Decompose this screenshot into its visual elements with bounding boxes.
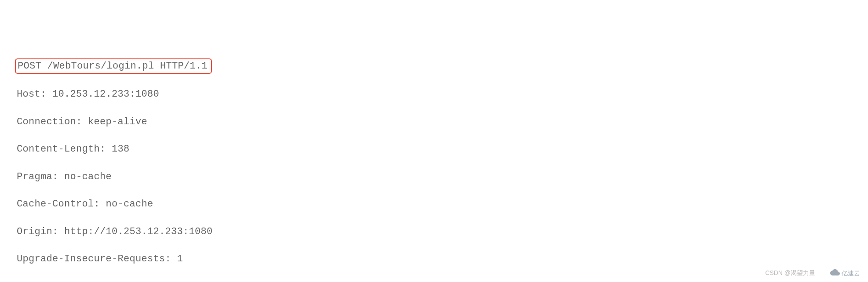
watermark-yisuyun-text: 亿速云	[842, 269, 860, 278]
header-line: Content-Type: application/x-www-form-url…	[17, 280, 859, 282]
header-line: Host: 10.253.12.233:1080	[17, 87, 859, 101]
header-line: Connection: keep-alive	[17, 115, 859, 129]
header-line: Pragma: no-cache	[17, 170, 859, 184]
request-line-highlight: POST /WebTours/login.pl HTTP/1.1	[15, 58, 212, 74]
header-line: Cache-Control: no-cache	[17, 197, 859, 211]
header-line: Content-Length: 138	[17, 142, 859, 156]
watermark-yisuyun: 亿速云	[830, 269, 860, 278]
request-line-wrapper: POST /WebTours/login.pl HTTP/1.1	[17, 58, 859, 74]
header-line: Origin: http://10.253.12.233:1080	[17, 225, 859, 239]
cloud-icon	[830, 269, 840, 278]
watermark-csdn: CSDN @渴望力量	[765, 269, 815, 278]
request-line: POST /WebTours/login.pl HTTP/1.1	[18, 61, 208, 72]
header-line: Upgrade-Insecure-Requests: 1	[17, 252, 859, 266]
